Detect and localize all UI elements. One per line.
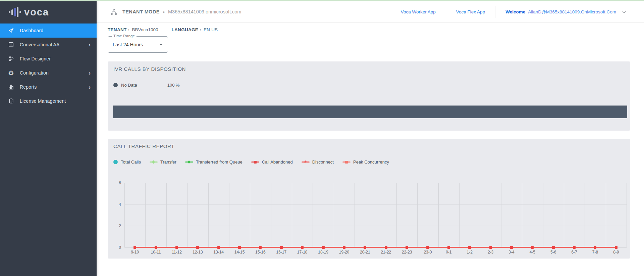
x-axis-tick-label: 17-18 (292, 250, 313, 255)
x-axis-tick-label: 18-19 (313, 250, 333, 255)
x-axis-tick-label: 23-0 (417, 250, 438, 255)
tenant-mode-block: TENANT MODE • M365x88141009.onmicrosoft.… (97, 8, 241, 16)
x-axis-tick-label: 13-14 (208, 250, 229, 255)
x-axis-tick-label: 6-7 (564, 250, 585, 255)
call-traffic-report-panel: CALL TRAFFIC REPORT Total CallsTransferT… (108, 139, 630, 259)
ivr-legend[interactable]: No Data 100 % (113, 83, 180, 88)
language-label: LANGUAGE : (171, 27, 201, 32)
legend-item-label: Peak Concurrency (353, 159, 389, 165)
data-point-marker (468, 246, 471, 249)
chevron-down-icon[interactable] (622, 9, 627, 14)
x-axis-tick-label: 16-17 (271, 250, 292, 255)
legend-item-label: Transfer (160, 159, 176, 165)
legend-item-call-abandoned[interactable]: Call Abandoned (251, 159, 293, 165)
x-axis-tick-label: 22-23 (396, 250, 417, 255)
sidebar-item-label: Configuration (20, 70, 89, 76)
data-point-marker (531, 246, 534, 249)
dashboard-icon (7, 27, 15, 34)
horizontal-gridline (124, 204, 627, 204)
sidebar-item-label: License Management (20, 98, 91, 104)
conversational-aa-icon (7, 41, 15, 48)
dot-separator: • (163, 9, 165, 15)
data-point-marker (573, 246, 576, 249)
top-accent-strip (0, 0, 644, 1)
legend-item-transferred-from-queue[interactable]: Transferred from Queue (185, 159, 243, 165)
y-axis-tick-label: 6 (112, 181, 121, 185)
tenant-label: TENANT : (108, 27, 129, 32)
sidebar-item-label: Reports (20, 84, 89, 90)
chevron-right-icon: › (89, 84, 91, 90)
vertical-gridline (145, 183, 146, 247)
main-content: TENANT : BBVoca1000 LANGUAGE : EN-US Tim… (97, 23, 644, 276)
data-point-marker (280, 246, 283, 249)
language-value: EN-US (204, 27, 218, 32)
sidebar-item-license-management[interactable]: License Management (0, 94, 97, 108)
sidebar-item-dashboard[interactable]: Dashboard (0, 24, 97, 38)
vertical-gridline (522, 183, 522, 247)
no-data-legend-value: 100 % (167, 83, 180, 88)
legend-item-peak-concurrency[interactable]: Peak Concurrency (342, 159, 389, 165)
data-point-marker (343, 246, 345, 249)
x-axis-tick-label: 11-12 (166, 250, 187, 255)
data-point-marker (259, 246, 262, 249)
legend-item-disconnect[interactable]: Disconnect (302, 159, 334, 165)
legend-item-transfer[interactable]: Transfer (150, 159, 176, 165)
data-point-marker (196, 246, 199, 249)
vertical-gridline (564, 183, 564, 247)
top-header: TENANT MODE • M365x88141009.onmicrosoft.… (97, 1, 644, 22)
time-range-floating-label: Time Range (112, 34, 137, 38)
dropdown-arrow-icon (159, 44, 163, 46)
sidebar-item-flow-designer[interactable]: Flow Designer (0, 52, 97, 66)
organization-icon (110, 8, 118, 16)
data-point-marker (552, 246, 555, 249)
traffic-chart-plot: 0246 (124, 183, 627, 247)
header-link-voca-worker-app[interactable]: Voca Worker App (391, 9, 446, 14)
data-point-marker (447, 246, 450, 249)
vertical-gridline (229, 183, 229, 247)
time-range-select[interactable]: Time Range Last 24 Hours (108, 36, 168, 53)
x-axis-tick-label: 3-4 (501, 250, 522, 255)
square-marker-icon (251, 160, 259, 165)
vertical-gridline (396, 183, 397, 247)
data-point-marker (133, 246, 136, 249)
vertical-gridline (271, 183, 271, 247)
time-range-value: Last 24 Hours (113, 42, 143, 47)
vertical-gridline (376, 183, 376, 247)
data-point-marker (301, 246, 304, 249)
disposition-bar (113, 105, 627, 118)
legend-item-label: Disconnect (312, 159, 334, 165)
voca-logo[interactable]: voca (0, 1, 97, 23)
sidebar-item-label: Flow Designer (20, 56, 91, 61)
voca-logo-bars-icon (9, 7, 21, 17)
legend-item-label: Call Abandoned (262, 159, 293, 165)
user-name[interactable]: AllanD@M365x88141009.OnMicrosoft.Com (528, 9, 616, 14)
vertical-gridline (585, 183, 585, 247)
y-axis-tick-label: 0 (112, 245, 121, 250)
header-link-voca-flex-app[interactable]: Voca Flex App (446, 9, 495, 14)
chevron-right-icon: › (89, 70, 91, 76)
x-axis-tick-label: 7-8 (585, 250, 605, 255)
data-point-marker (489, 246, 492, 249)
vertical-gridline (606, 183, 606, 247)
vertical-gridline (313, 183, 313, 247)
legend-item-total-calls[interactable]: Total Calls (113, 159, 141, 165)
sidebar-item-reports[interactable]: Reports› (0, 80, 97, 94)
data-point-marker (385, 246, 387, 249)
sidebar: voca DashboardConversational AA›Flow Des… (0, 1, 97, 276)
data-point-marker (155, 246, 157, 249)
no-data-legend-label: No Data (121, 83, 137, 88)
sidebar-item-configuration[interactable]: ⚙Configuration› (0, 66, 97, 80)
data-point-marker (364, 246, 366, 249)
data-point-marker (615, 246, 618, 249)
star-marker-icon (302, 160, 310, 165)
data-point-marker (238, 246, 241, 249)
flow-designer-icon (7, 55, 15, 62)
legend-item-label: Total Calls (121, 159, 141, 165)
x-axis-tick-label: 1-2 (459, 250, 480, 255)
x-axis-tick-label: 2-3 (480, 250, 501, 255)
x-axis-tick-label: 4-5 (522, 250, 543, 255)
sidebar-item-label: Conversational AA (20, 42, 89, 47)
vertical-gridline (438, 183, 439, 247)
sidebar-item-conversational-aa[interactable]: Conversational AA› (0, 38, 97, 52)
welcome-label: Welcome (505, 9, 525, 14)
